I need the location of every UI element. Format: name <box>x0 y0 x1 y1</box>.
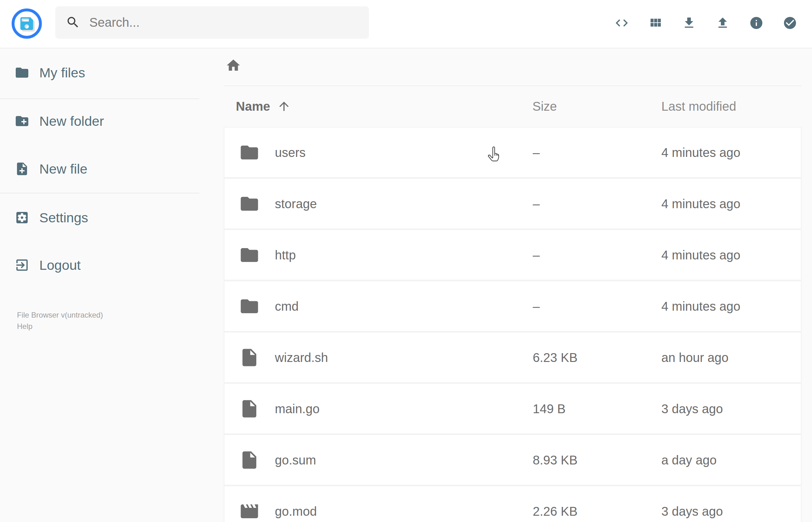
file-icon <box>239 398 260 419</box>
folder-icon <box>239 296 260 317</box>
sidebar-item-label: Settings <box>39 210 88 225</box>
file-name: http <box>275 248 296 262</box>
file-name: storage <box>275 197 317 211</box>
grid-view-icon <box>648 16 663 30</box>
file-size: – <box>533 299 540 313</box>
sidebar-item-label: New file <box>39 161 87 177</box>
column-label-name: Name <box>236 99 270 114</box>
folder-icon <box>15 65 29 80</box>
sidebar-divider <box>0 193 199 194</box>
sidebar-item-my-files[interactable]: My files <box>0 61 199 84</box>
column-label-modified: Last modified <box>662 99 736 114</box>
sidebar-item-logout[interactable]: Logout <box>0 254 199 276</box>
home-icon <box>225 58 241 73</box>
settings-icon <box>15 210 29 225</box>
file-listing: users – 4 minutes ago storage – 4 minute… <box>224 127 801 522</box>
sidebar-item-label: My files <box>39 65 85 80</box>
table-row[interactable]: wizard.sh 6.23 KB an hour ago <box>224 332 801 383</box>
breadcrumb-divider <box>224 85 801 86</box>
new-file-icon <box>15 161 29 176</box>
top-bar <box>0 0 812 48</box>
file-size: – <box>533 197 540 211</box>
help-link[interactable]: Help <box>17 321 33 332</box>
sidebar-item-new-file[interactable]: New file <box>0 158 199 180</box>
file-modified: 3 days ago <box>662 504 723 518</box>
file-modified: 4 minutes ago <box>662 248 740 262</box>
download-icon <box>682 16 696 30</box>
sidebar-item-label: New folder <box>39 114 104 129</box>
sort-header-modified[interactable]: Last modified <box>662 99 736 113</box>
file-size: 2.26 KB <box>533 504 577 518</box>
file-modified: a day ago <box>662 453 717 467</box>
table-row[interactable]: go.mod 2.26 KB 3 days ago <box>224 486 801 522</box>
info-icon <box>749 16 764 30</box>
file-icon <box>239 450 260 470</box>
app-version-text: File Browser v(untracked) <box>17 311 103 319</box>
folder-icon <box>239 142 260 163</box>
file-name: wizard.sh <box>275 350 328 364</box>
file-name: main.go <box>275 402 320 416</box>
file-icon <box>239 347 260 368</box>
sidebar-divider <box>0 98 199 99</box>
new-folder-icon <box>15 114 29 128</box>
search-bar[interactable] <box>55 6 369 39</box>
file-modified: an hour ago <box>662 350 729 364</box>
table-row[interactable]: http – 4 minutes ago <box>224 229 801 280</box>
table-row[interactable]: storage – 4 minutes ago <box>224 178 801 229</box>
logout-icon <box>15 258 29 273</box>
sidebar-item-settings[interactable]: Settings <box>0 206 199 229</box>
file-modified: 3 days ago <box>662 402 723 416</box>
app-logo[interactable] <box>12 8 42 39</box>
sort-header-name[interactable]: Name <box>236 99 291 113</box>
code-view-button[interactable] <box>614 16 629 30</box>
grid-view-button[interactable] <box>648 16 663 30</box>
code-icon <box>614 16 629 30</box>
sidebar-credits: File Browser v(untracked) Help <box>17 309 103 332</box>
file-name: users <box>275 145 306 159</box>
table-row[interactable]: users – 4 minutes ago <box>224 127 801 178</box>
file-modified: 4 minutes ago <box>662 197 740 211</box>
file-size: – <box>533 248 540 262</box>
file-size: 8.93 KB <box>533 453 577 467</box>
movie-icon <box>239 501 260 522</box>
table-row[interactable]: go.sum 8.93 KB a day ago <box>224 435 801 485</box>
file-name: go.sum <box>275 453 316 467</box>
file-name: cmd <box>275 299 299 313</box>
info-button[interactable] <box>749 16 764 30</box>
sidebar-item-label: Logout <box>39 258 81 273</box>
sidebar-item-new-folder[interactable]: New folder <box>0 110 199 133</box>
file-size: – <box>533 145 540 159</box>
download-button[interactable] <box>682 16 696 30</box>
floppy-disk-icon <box>18 15 35 32</box>
folder-icon <box>239 245 260 265</box>
column-label-size: Size <box>532 99 557 114</box>
file-modified: 4 minutes ago <box>662 299 740 313</box>
upload-button[interactable] <box>715 16 730 30</box>
file-name: go.mod <box>275 504 317 518</box>
upload-icon <box>715 16 730 30</box>
sort-header-size[interactable]: Size <box>532 99 557 113</box>
check-circle-icon <box>783 16 797 30</box>
file-size: 149 B <box>533 402 566 416</box>
arrow-up-icon <box>277 99 291 113</box>
table-row[interactable]: main.go 149 B 3 days ago <box>224 383 801 434</box>
file-size: 6.23 KB <box>533 350 577 364</box>
search-input[interactable] <box>55 6 369 39</box>
select-multiple-button[interactable] <box>783 16 797 30</box>
file-modified: 4 minutes ago <box>662 145 740 159</box>
table-row[interactable]: cmd – 4 minutes ago <box>224 281 801 332</box>
folder-icon <box>239 194 260 214</box>
breadcrumb-home-button[interactable] <box>224 56 242 75</box>
